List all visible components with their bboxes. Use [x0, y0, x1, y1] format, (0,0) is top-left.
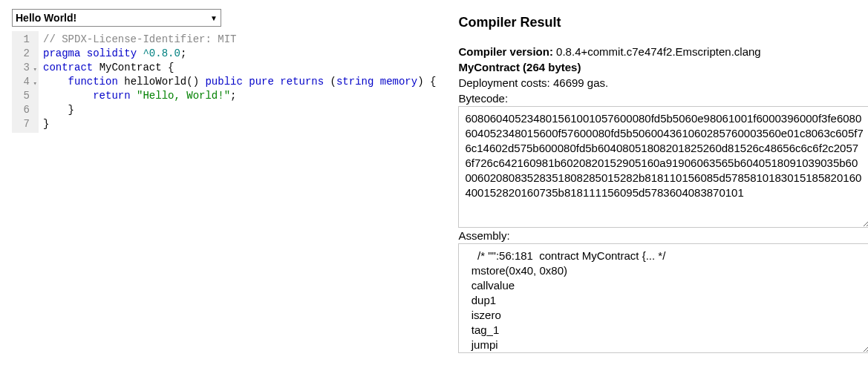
- right-pane: Compiler Result Compiler version: 0.8.4+…: [458, 9, 868, 353]
- editor-gutter: 123▾4▾567: [12, 31, 39, 133]
- file-select-value: Hello World!: [16, 12, 76, 24]
- code-line[interactable]: // SPDX-License-Identifier: MIT: [43, 33, 436, 47]
- gutter-line: 3▾: [15, 61, 36, 75]
- assembly-label: Assembly:: [458, 229, 868, 242]
- result-heading: Compiler Result: [458, 15, 868, 30]
- file-select-dropdown[interactable]: Hello World! ▼: [12, 9, 221, 27]
- left-pane: Hello World! ▼ 123▾4▾567 // SPDX-License…: [12, 9, 440, 353]
- code-line[interactable]: return "Hello, World!";: [43, 89, 436, 103]
- bytecode-output[interactable]: 608060405234801561001057600080fd5b5060e9…: [458, 106, 868, 228]
- chevron-down-icon: ▼: [210, 14, 218, 22]
- code-line[interactable]: contract MyContract {: [43, 61, 436, 75]
- code-line[interactable]: }: [43, 117, 436, 131]
- bytecode-label: Bytecode:: [458, 92, 868, 105]
- gutter-line: 1: [15, 33, 36, 47]
- code-line[interactable]: function helloWorld() public pure return…: [43, 75, 436, 89]
- compiler-version-line: Compiler version: 0.8.4+commit.c7e474f2.…: [458, 44, 868, 59]
- assembly-output[interactable]: /* "":56:181 contract MyContract {... */…: [458, 243, 868, 353]
- deployment-cost-line: Deployment costs: 46699 gas.: [458, 75, 868, 91]
- editor-code[interactable]: // SPDX-License-Identifier: MITpragma so…: [39, 31, 440, 133]
- gutter-line: 4▾: [15, 75, 36, 89]
- contract-name-size: MyContract (264 bytes): [458, 61, 581, 73]
- gutter-line: 2: [15, 47, 36, 61]
- gutter-line: 7: [15, 117, 36, 131]
- code-editor[interactable]: 123▾4▾567 // SPDX-License-Identifier: MI…: [12, 31, 440, 133]
- gutter-line: 6: [15, 103, 36, 117]
- contract-line: MyContract (264 bytes): [458, 59, 868, 75]
- code-line[interactable]: }: [43, 103, 436, 117]
- compiler-version-label: Compiler version:: [458, 45, 553, 58]
- gutter-line: 5: [15, 89, 36, 103]
- code-line[interactable]: pragma solidity ^0.8.0;: [43, 47, 436, 61]
- compiler-version-value: 0.8.4+commit.c7e474f2.Emscripten.clang: [556, 45, 761, 58]
